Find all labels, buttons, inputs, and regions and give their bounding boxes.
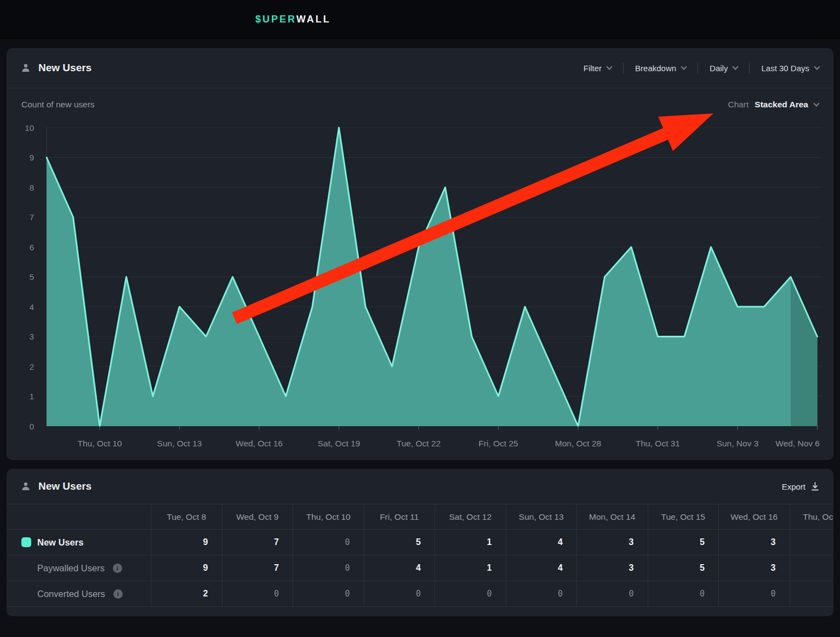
chevron-down-icon xyxy=(733,64,739,70)
table-row-label: Converted Users xyxy=(37,589,105,599)
table-cell: 0 xyxy=(435,581,506,606)
filter-label: Filter xyxy=(584,64,602,73)
table-cell: 0 xyxy=(506,581,577,606)
y-axis-label: 4 xyxy=(30,302,34,312)
y-axis-label: 2 xyxy=(30,362,34,371)
y-axis-label: 0 xyxy=(30,422,34,431)
export-button[interactable]: Export xyxy=(782,482,819,491)
chart-type-dropdown[interactable]: Chart Stacked Area xyxy=(728,100,819,110)
table-cell: 0 xyxy=(293,581,364,606)
table-column-header: Thu, Oct 17 xyxy=(790,504,834,529)
breakdown-dropdown[interactable]: Breakdown xyxy=(635,64,686,73)
top-navigation-bar: $UPERWALL xyxy=(0,0,840,40)
table-cell: 0 xyxy=(222,581,293,606)
table-row: Converted Usersi200000000 xyxy=(7,581,833,607)
y-axis-label: 7 xyxy=(30,213,34,222)
user-icon xyxy=(21,63,31,73)
table-cell: 1 xyxy=(435,555,506,581)
divider xyxy=(749,63,750,73)
y-axis-label: 6 xyxy=(30,243,34,252)
series-color-swatch xyxy=(21,537,31,547)
table-cell: 7 xyxy=(222,530,293,555)
table-cell: 4 xyxy=(506,530,577,555)
date-range-label: Last 30 Days xyxy=(761,64,809,73)
table-row-label: Paywalled Users xyxy=(37,563,105,573)
interval-dropdown[interactable]: Daily xyxy=(710,64,738,73)
chart-type-value: Stacked Area xyxy=(755,100,808,110)
chart-controls: Filter Breakdown Daily Last 30 Days xyxy=(584,63,819,73)
table-panel-header: New Users Export xyxy=(7,469,833,504)
y-axis-label: 8 xyxy=(30,183,34,192)
table-cell: 0 xyxy=(293,530,364,555)
info-icon[interactable]: i xyxy=(113,589,123,599)
table-cell: 9 xyxy=(151,530,222,555)
table-panel-title-text: New Users xyxy=(38,480,92,492)
new-users-chart-panel: New Users Filter Breakdown Daily Last 30… xyxy=(7,48,833,460)
x-tick-label: Fri, Oct 25 xyxy=(478,439,518,448)
x-tick-label: Thu, Oct 10 xyxy=(78,439,122,448)
table-cell xyxy=(790,581,834,606)
chart-panel-title-text: New Users xyxy=(38,62,92,74)
x-tick-label: Sat, Oct 19 xyxy=(318,439,361,448)
table-cell: 5 xyxy=(364,530,435,555)
chevron-down-icon xyxy=(606,64,612,70)
new-users-table-panel: New Users Export Tue, Oct 8Wed, Oct 9Thu… xyxy=(7,469,833,616)
table-column-header: Tue, Oct 8 xyxy=(151,504,222,529)
x-tick-label: Wed, Oct 16 xyxy=(236,439,283,448)
chart-panel-header: New Users Filter Breakdown Daily Last 30… xyxy=(7,48,833,88)
table-row-label: New Users xyxy=(37,537,83,548)
table-cell: 4 xyxy=(364,555,435,581)
table-cell: 4 xyxy=(506,555,577,581)
superwall-logo: $UPERWALL xyxy=(255,14,331,25)
download-icon xyxy=(811,482,819,491)
table-cell: 3 xyxy=(576,555,648,581)
table-cell xyxy=(790,530,834,555)
x-tick-label: Tue, Oct 22 xyxy=(397,439,441,448)
swatch-spacer xyxy=(21,563,31,573)
table-corner-cell xyxy=(7,504,151,529)
table-panel-title: New Users xyxy=(21,480,92,492)
table-cell: 3 xyxy=(718,555,790,581)
table-cell: 5 xyxy=(648,530,719,555)
table-cell: 0 xyxy=(364,581,435,606)
chevron-down-icon xyxy=(681,64,687,70)
interval-label: Daily xyxy=(710,64,728,73)
logo-text-white: WALL xyxy=(296,14,331,25)
table-cell: 0 xyxy=(648,581,719,606)
table-cell: 9 xyxy=(151,555,222,581)
table-column-header: Sun, Oct 13 xyxy=(506,504,577,529)
table-column-header: Wed, Oct 9 xyxy=(222,504,293,529)
x-tick-label: Sun, Oct 13 xyxy=(157,439,202,448)
y-axis-label: 1 xyxy=(30,392,34,401)
table-cell: 0 xyxy=(576,581,648,606)
date-range-dropdown[interactable]: Last 30 Days xyxy=(761,64,819,73)
table-row-label-cell: Paywalled Usersi xyxy=(7,555,151,581)
y-axis-label: 10 xyxy=(25,123,34,133)
table-cell: 0 xyxy=(718,581,790,606)
table-row-label-cell: Converted Usersi xyxy=(7,581,151,606)
chart-metric-label: Count of new users xyxy=(21,100,95,110)
y-axis-label: 9 xyxy=(30,153,34,162)
info-icon[interactable]: i xyxy=(113,564,122,573)
table-cell: 2 xyxy=(151,581,222,606)
table-column-header: Tue, Oct 15 xyxy=(648,504,719,529)
data-table: Tue, Oct 8Wed, Oct 9Thu, Oct 10Fri, Oct … xyxy=(7,504,833,607)
table-row-label-cell: New Users xyxy=(7,530,151,555)
logo-text-teal: $UPER xyxy=(255,14,296,25)
table-cell: 0 xyxy=(293,555,364,581)
x-tick-label: Wed, Nov 6 xyxy=(775,439,820,448)
table-column-header: Wed, Oct 16 xyxy=(718,504,790,529)
chart-type-label: Chart xyxy=(728,100,748,110)
filter-dropdown[interactable]: Filter xyxy=(584,64,612,73)
divider xyxy=(623,63,624,73)
breakdown-label: Breakdown xyxy=(635,64,676,73)
table-cell: 5 xyxy=(648,555,719,581)
divider xyxy=(698,63,698,73)
table-cell: 3 xyxy=(576,530,648,555)
table-column-header: Sat, Oct 12 xyxy=(435,504,506,529)
swatch-spacer xyxy=(21,589,31,599)
table-row: New Users970514353 xyxy=(7,530,833,555)
y-axis-label: 3 xyxy=(30,332,34,341)
table-cell: 7 xyxy=(222,555,293,581)
x-tick-label: Sun, Nov 3 xyxy=(717,439,759,448)
